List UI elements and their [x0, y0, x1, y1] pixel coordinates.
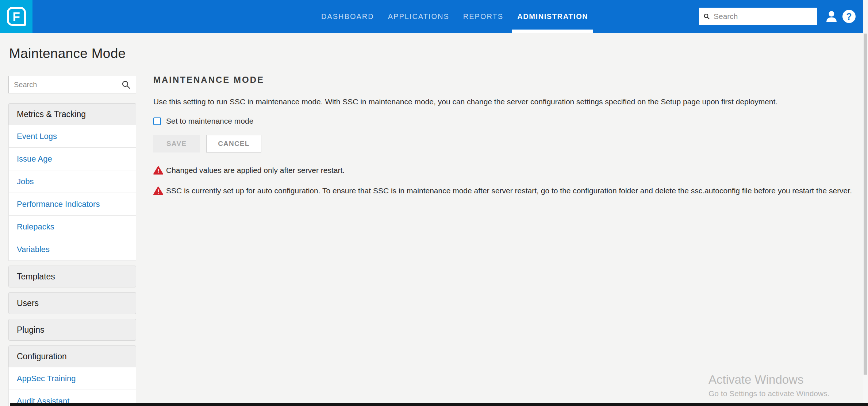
sidebar-section-configuration: Configuration AppSec Training Audit Assi… — [8, 345, 136, 406]
form-actions: SAVE CANCEL — [153, 135, 860, 152]
sidebar-link-variables[interactable]: Variables — [8, 238, 136, 261]
search-icon — [703, 12, 710, 21]
sidebar-header-configuration[interactable]: Configuration — [8, 345, 136, 367]
sidebar-gap — [8, 261, 136, 266]
help-icon: ? — [846, 11, 852, 22]
nav-reports[interactable]: REPORTS — [456, 0, 510, 33]
nav-administration[interactable]: ADMINISTRATION — [510, 0, 595, 33]
global-search-box — [699, 8, 817, 25]
fortify-logo[interactable]: F — [0, 0, 32, 33]
maintenance-mode-checkbox-row: Set to maintenance mode — [153, 117, 860, 125]
section-description: Use this setting to run SSC in maintenan… — [153, 97, 860, 106]
save-button[interactable]: SAVE — [153, 135, 200, 152]
maintenance-mode-checkbox[interactable] — [153, 117, 161, 125]
maintenance-mode-page: F DASHBOARD APPLICATIONS REPORTS ADMINIS… — [0, 0, 868, 406]
activate-windows-subtitle: Go to Settings to activate Windows. — [708, 389, 830, 398]
sidebar-header-users[interactable]: Users — [8, 292, 136, 314]
sidebar-link-event-logs[interactable]: Event Logs — [8, 125, 136, 148]
sidebar-section-plugins: Plugins — [8, 319, 136, 341]
help-button[interactable]: ? — [842, 10, 856, 23]
warning-icon — [153, 166, 163, 175]
autoconfig-warning: SSC is currently set up for auto configu… — [153, 185, 860, 196]
user-account-button[interactable] — [823, 8, 840, 25]
autoconfig-warning-text: SSC is currently set up for auto configu… — [166, 185, 852, 196]
main-content: MAINTENANCE MODE Use this setting to run… — [153, 75, 860, 196]
global-search-input[interactable] — [714, 12, 813, 21]
activate-windows-watermark: Activate Windows Go to Settings to activ… — [708, 373, 830, 398]
fortify-logo-icon: F — [7, 7, 26, 26]
window-bottom-edge — [10, 403, 868, 406]
activate-windows-title: Activate Windows — [708, 373, 830, 387]
sidebar-search-input[interactable] — [14, 81, 118, 89]
admin-sidebar: Metrics & Tracking Event Logs Issue Age … — [8, 76, 136, 406]
sidebar-link-appsec-training[interactable]: AppSec Training — [8, 367, 136, 390]
sidebar-link-jobs[interactable]: Jobs — [8, 170, 136, 193]
sidebar-header-plugins[interactable]: Plugins — [8, 319, 136, 341]
vertical-scrollbar-track[interactable] — [863, 0, 868, 406]
top-header-bar: F DASHBOARD APPLICATIONS REPORTS ADMINIS… — [0, 0, 863, 33]
warning-icon — [153, 186, 163, 195]
maintenance-mode-checkbox-label: Set to maintenance mode — [166, 117, 253, 125]
page-title: Maintenance Mode — [9, 46, 126, 61]
restart-warning-text: Changed values are applied only after se… — [166, 165, 345, 176]
nav-applications[interactable]: APPLICATIONS — [381, 0, 456, 33]
sidebar-link-performance-indicators[interactable]: Performance Indicators — [8, 193, 136, 216]
sidebar-link-issue-age[interactable]: Issue Age — [8, 148, 136, 170]
sidebar-header-templates[interactable]: Templates — [8, 266, 136, 287]
sidebar-header-metrics-tracking[interactable]: Metrics & Tracking — [8, 103, 136, 125]
sidebar-section-templates: Templates — [8, 266, 136, 287]
sidebar-search-box — [8, 76, 136, 93]
vertical-scrollbar-thumb[interactable] — [864, 34, 867, 375]
sidebar-section-metrics-tracking: Metrics & Tracking Event Logs Issue Age … — [8, 103, 136, 261]
section-heading: MAINTENANCE MODE — [153, 75, 860, 85]
sidebar-link-rulepacks[interactable]: Rulepacks — [8, 216, 136, 238]
cancel-button[interactable]: CANCEL — [206, 135, 261, 152]
sidebar-gap — [8, 287, 136, 292]
user-icon — [824, 9, 839, 24]
sidebar-search-icon — [121, 80, 131, 89]
top-navigation: DASHBOARD APPLICATIONS REPORTS ADMINISTR… — [314, 0, 595, 33]
restart-warning: Changed values are applied only after se… — [153, 165, 860, 176]
sidebar-gap — [8, 341, 136, 345]
sidebar-section-users: Users — [8, 292, 136, 314]
nav-dashboard[interactable]: DASHBOARD — [314, 0, 381, 33]
sidebar-gap — [8, 314, 136, 319]
